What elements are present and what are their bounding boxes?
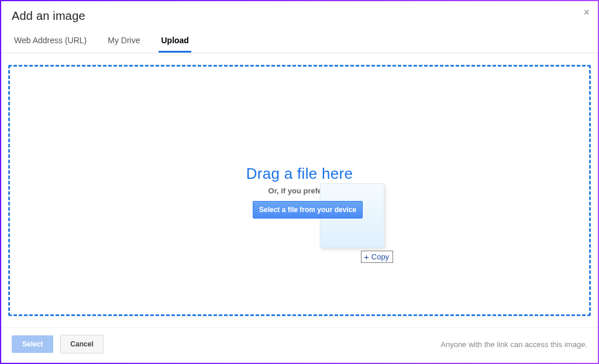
add-image-dialog: Add an image × Web Address (URL) My Driv… — [0, 0, 599, 364]
footer-note: Anyone with the link can access this ima… — [440, 340, 587, 349]
select-file-button[interactable]: Select a file from your device — [253, 201, 363, 219]
dialog-tabs: Web Address (URL) My Drive Upload — [1, 29, 598, 53]
drag-copy-label: Copy — [371, 252, 389, 261]
close-icon[interactable]: × — [583, 7, 590, 18]
upload-panel: Drag a file here Or, if you prefer... Se… — [1, 53, 598, 328]
tab-upload[interactable]: Upload — [159, 32, 191, 53]
drag-copy-indicator: + Copy — [361, 251, 393, 263]
plus-icon: + — [364, 252, 369, 261]
tab-web-address[interactable]: Web Address (URL) — [12, 32, 89, 53]
dropzone-headline: Drag a file here — [10, 165, 589, 183]
dropzone-subtext: Or, if you prefer... — [10, 186, 589, 195]
tab-my-drive[interactable]: My Drive — [105, 32, 142, 53]
dialog-title: Add an image — [1, 1, 598, 29]
cancel-button[interactable]: Cancel — [60, 335, 103, 353]
file-dropzone[interactable]: Drag a file here Or, if you prefer... Se… — [8, 65, 591, 316]
select-button[interactable]: Select — [12, 335, 53, 353]
dialog-footer: Select Cancel Anyone with the link can a… — [1, 327, 598, 363]
